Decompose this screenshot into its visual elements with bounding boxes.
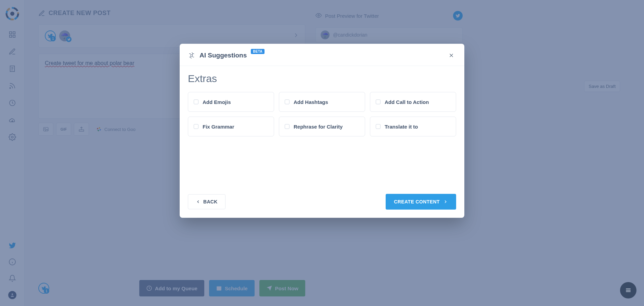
option-translate[interactable]: Translate it to [370, 117, 456, 136]
modal-body: Extras Add Emojis Add Hashtags Add Call … [180, 66, 464, 140]
chevron-right-icon [443, 199, 448, 204]
menu-icon [625, 287, 632, 294]
modal-footer: BACK CREATE CONTENT [180, 188, 464, 218]
close-button[interactable] [447, 51, 456, 60]
option-label: Add Emojis [203, 99, 231, 105]
option-label: Fix Grammar [203, 124, 234, 130]
checkbox-icon [194, 124, 198, 129]
option-label: Rephrase for Clarity [294, 124, 343, 130]
option-rephrase[interactable]: Rephrase for Clarity [279, 117, 365, 136]
modal-overlay: AI Suggestions BETA Extras Add Emojis Ad… [0, 0, 644, 306]
checkbox-icon [194, 99, 198, 104]
back-label: BACK [203, 199, 218, 204]
option-fix-grammar[interactable]: Fix Grammar [188, 117, 274, 136]
option-add-emojis[interactable]: Add Emojis [188, 92, 274, 112]
beta-badge: BETA [251, 49, 265, 54]
checkbox-icon [376, 99, 381, 104]
modal-header: AI Suggestions BETA [180, 44, 464, 66]
svg-point-26 [191, 54, 193, 56]
option-add-hashtags[interactable]: Add Hashtags [279, 92, 365, 112]
option-add-cta[interactable]: Add Call to Action [370, 92, 456, 112]
checkbox-icon [285, 124, 289, 129]
ai-suggestions-modal: AI Suggestions BETA Extras Add Emojis Ad… [180, 44, 464, 218]
checkbox-icon [285, 99, 289, 104]
checkbox-icon [376, 124, 381, 129]
modal-title: AI Suggestions [199, 52, 247, 59]
ai-icon [188, 52, 195, 59]
option-label: Translate it to [385, 124, 418, 130]
menu-fab[interactable] [620, 282, 636, 298]
option-label: Add Call to Action [385, 99, 429, 105]
extras-heading: Extras [188, 73, 456, 84]
back-button[interactable]: BACK [188, 194, 226, 209]
create-label: CREATE CONTENT [394, 199, 440, 204]
create-content-button[interactable]: CREATE CONTENT [386, 194, 456, 210]
options-grid: Add Emojis Add Hashtags Add Call to Acti… [188, 92, 456, 136]
chevron-left-icon [196, 199, 201, 204]
option-label: Add Hashtags [294, 99, 328, 105]
